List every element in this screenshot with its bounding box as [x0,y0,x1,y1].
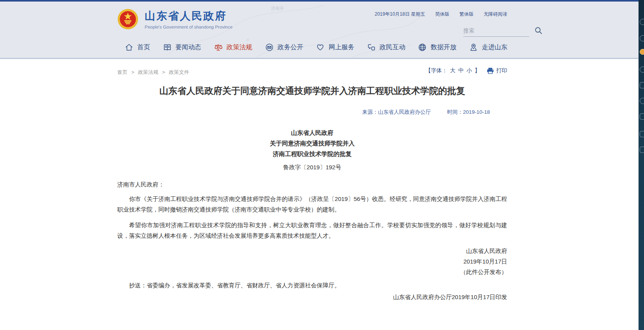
accessibility-link[interactable]: 无障碍阅读 [484,11,507,18]
font-size-medium-button[interactable]: 中 [458,67,464,74]
nav-label: 走进山东 [482,43,508,52]
breadcrumb-policy-documents[interactable]: 政策文件 [169,69,189,75]
issue-footer-line: 山东省人民政府办公厅2019年10月17日印发 [117,294,507,301]
site-logo: 山东省人民政府 People's Government of shandong … [117,9,233,30]
document-heading-line: 关于同意济南交通技师学院并入 [117,138,507,149]
site-title: 山东省人民政府 [145,9,233,23]
nav-label: 政务公开 [278,43,303,52]
nav-item-policies[interactable]: 政策法规 [213,39,252,55]
right-floating-toolbar[interactable] [639,0,644,330]
font-label-open: 【字体： [425,67,447,74]
signature-note: （此件公开发布） [117,267,507,277]
signature-block: 山东省人民政府 2019年10月17日 （此件公开发布） [117,246,507,277]
content-area: 首页 > 政策法规 > 政策文件 【字体： 大 中 小 】 [0,60,639,330]
font-label-close: 】 [475,67,480,74]
salutation: 济南市人民政府： [117,181,507,188]
body-paragraph: 希望你市加强对济南工程职业技术学院的指导和支持，树立大职业教育理念，做好整合融合… [117,220,507,241]
article-meta: 来源：山东省人民政府办公厅 时间：2019-10-18 [117,109,507,116]
nav-label: 政策法规 [226,43,252,52]
print-label: 打印 [496,67,507,74]
top-accent-line [0,0,644,2]
site-subtitle: People's Government of shandong Province [145,25,233,29]
nav-item-open-data[interactable]: 数据开放 [418,39,456,55]
book-icon [163,43,172,52]
page: 济南市 2019年10月18日 星期五 简体版 繁体版 无障碍阅读 山东省人民政… [0,0,644,330]
current-date: 2019年10月18日 星期五 [375,11,425,18]
breadcrumb-separator: > [162,69,165,75]
font-size-small-button[interactable]: 小 [466,67,472,74]
strip-cloud-icon[interactable] [640,35,644,41]
strip-user-icon[interactable] [640,19,644,25]
breadcrumb-policies[interactable]: 政策法规 [138,69,158,75]
strip-avatar-icon[interactable] [640,49,644,55]
nav-item-news[interactable]: 要闻动态 [163,39,201,55]
nav-item-interaction[interactable]: 政民互动 [367,39,405,55]
document-heading-line: 山东省人民政府 [117,127,507,138]
search-box [463,24,529,37]
nav-label: 数据开放 [431,43,456,52]
nav-item-online-services[interactable]: 网上服务 [316,39,354,55]
document-heading: 山东省人民政府 关于同意济南交通技师学院并入 济南工程职业技术学院的批复 [117,127,507,159]
strip-phone-icon[interactable] [640,98,644,104]
document-heading-line: 济南工程职业技术学院的批复 [117,149,507,159]
font-size-large-button[interactable]: 大 [450,67,456,74]
cc-line: 抄送：省委编办，省发展改革委、省教育厅、省财政厅、省人力资源社会保障厅。 [117,282,507,289]
body-paragraph: 你市《关于济南工程职业技术学院与济南交通技师学院合并的请示》（济政呈〔2019〕… [117,194,507,215]
printer-icon [487,68,494,74]
globe-icon [418,43,427,52]
strip-tablet-icon[interactable] [640,82,644,88]
mail-circle-icon [265,43,274,52]
breadcrumb-separator: > [131,69,135,75]
page-title: 山东省人民政府关于同意济南交通技师学院并入济南工程职业技术学院的批复 [117,84,507,97]
font-size-controls: 【字体： 大 中 小 】 打印 [425,63,507,78]
nav-item-gov-affairs[interactable]: 政务公开 [265,39,303,55]
watermark-city-label: 济南市 [271,5,284,11]
home-icon [124,43,134,52]
nav-label: 政民互动 [380,43,405,52]
article-source: 来源：山东省人民政府办公厅 [362,109,431,115]
breadcrumb: 首页 > 政策法规 > 政策文件 [117,69,189,78]
utility-bar: 2019年10月18日 星期五 简体版 繁体版 无障碍阅读 [375,11,507,18]
site-header: 济南市 2019年10月18日 星期五 简体版 繁体版 无障碍阅读 山东省人民政… [0,2,639,59]
heart-icon [316,43,325,52]
strip-chat-icon[interactable] [640,66,644,73]
print-button[interactable]: 打印 [487,67,507,74]
scales-icon [213,43,223,52]
nav-item-home[interactable]: 首页 [124,39,150,55]
strip-mail-icon[interactable] [640,131,644,137]
national-emblem-icon [117,9,138,30]
search-icon[interactable] [534,26,543,35]
chat-icon [367,43,376,52]
nav-item-about-shandong[interactable]: 走进山东 [469,39,508,55]
signature-org: 山东省人民政府 [117,246,507,256]
article-time: 时间：2019-10-18 [447,109,490,115]
document-number: 鲁政字〔2019〕192号 [117,164,507,171]
simplified-chinese-link[interactable]: 简体版 [435,11,449,18]
main-nav: 首页 要闻动态 政策法规 政务公开 网上服务 政民互动 [124,39,508,55]
nav-label: 首页 [137,43,150,52]
nav-label: 网上服务 [328,43,354,52]
map-pin-icon [469,43,478,52]
strip-monitor-icon[interactable] [640,147,644,153]
article-toolbar: 首页 > 政策法规 > 政策文件 【字体： 大 中 小 】 [117,60,507,78]
signature-date: 2019年10月17日 [117,256,507,267]
traditional-chinese-link[interactable]: 繁体版 [459,11,474,18]
search-input[interactable] [463,27,534,34]
nav-label: 要闻动态 [176,43,201,52]
strip-doc-icon[interactable] [640,113,644,120]
breadcrumb-home[interactable]: 首页 [117,69,127,75]
